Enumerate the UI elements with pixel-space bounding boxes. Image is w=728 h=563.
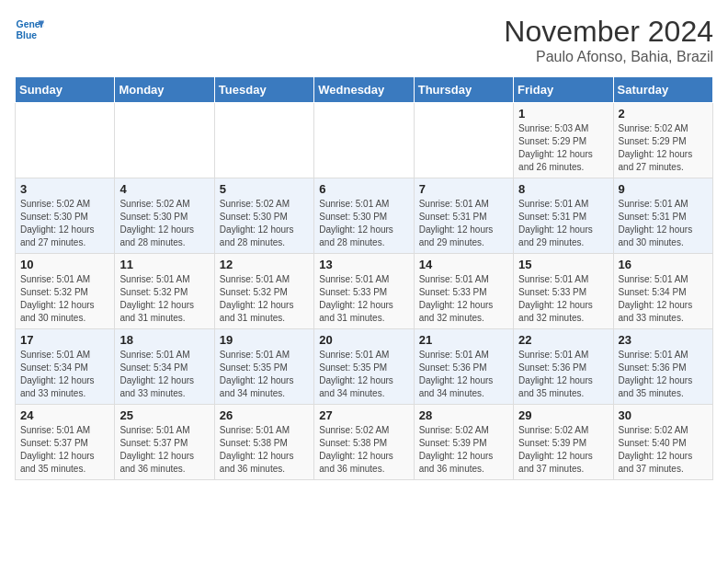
- day-info: Sunrise: 5:02 AM Sunset: 5:30 PM Dayligh…: [220, 198, 309, 249]
- calendar-cell: 18Sunrise: 5:01 AM Sunset: 5:34 PM Dayli…: [115, 329, 214, 405]
- day-number: 28: [419, 408, 508, 422]
- page-header: General Blue November 2024 Paulo Afonso,…: [15, 15, 713, 65]
- header-sunday: Sunday: [16, 77, 115, 103]
- calendar-cell: 2Sunrise: 5:02 AM Sunset: 5:29 PM Daylig…: [613, 103, 712, 178]
- day-number: 25: [119, 408, 209, 422]
- day-number: 16: [619, 258, 708, 271]
- calendar-cell: 19Sunrise: 5:01 AM Sunset: 5:35 PM Dayli…: [214, 329, 313, 405]
- day-number: 9: [619, 182, 708, 196]
- day-info: Sunrise: 5:01 AM Sunset: 5:38 PM Dayligh…: [220, 424, 309, 476]
- day-info: Sunrise: 5:01 AM Sunset: 5:31 PM Dayligh…: [518, 198, 608, 249]
- day-number: 7: [419, 182, 508, 196]
- header-thursday: Thursday: [414, 77, 513, 103]
- day-number: 13: [319, 258, 408, 271]
- day-info: Sunrise: 5:01 AM Sunset: 5:33 PM Dayligh…: [319, 273, 408, 325]
- day-number: 2: [619, 107, 708, 121]
- day-number: 1: [518, 107, 608, 121]
- header-friday: Friday: [514, 77, 613, 103]
- day-number: 8: [518, 182, 608, 196]
- day-info: Sunrise: 5:02 AM Sunset: 5:40 PM Dayligh…: [619, 424, 708, 476]
- day-info: Sunrise: 5:02 AM Sunset: 5:39 PM Dayligh…: [419, 424, 508, 476]
- day-info: Sunrise: 5:01 AM Sunset: 5:37 PM Dayligh…: [119, 424, 209, 476]
- day-number: 22: [518, 333, 608, 347]
- calendar-cell: 14Sunrise: 5:01 AM Sunset: 5:33 PM Dayli…: [414, 254, 513, 329]
- calendar-cell: 13Sunrise: 5:01 AM Sunset: 5:33 PM Dayli…: [314, 254, 414, 329]
- calendar-cell: 27Sunrise: 5:02 AM Sunset: 5:38 PM Dayli…: [314, 405, 414, 480]
- calendar-cell: 4Sunrise: 5:02 AM Sunset: 5:30 PM Daylig…: [115, 178, 214, 254]
- day-number: 24: [20, 408, 109, 422]
- calendar-cell: 26Sunrise: 5:01 AM Sunset: 5:38 PM Dayli…: [214, 405, 313, 480]
- day-info: Sunrise: 5:01 AM Sunset: 5:36 PM Dayligh…: [619, 349, 708, 400]
- calendar-cell: 29Sunrise: 5:02 AM Sunset: 5:39 PM Dayli…: [514, 405, 613, 480]
- day-number: 29: [518, 408, 608, 422]
- logo: General Blue: [15, 15, 44, 44]
- day-info: Sunrise: 5:01 AM Sunset: 5:36 PM Dayligh…: [518, 349, 608, 400]
- logo-icon: General Blue: [15, 15, 44, 44]
- calendar-cell: 12Sunrise: 5:01 AM Sunset: 5:32 PM Dayli…: [214, 254, 313, 329]
- calendar-cell: [16, 103, 115, 178]
- day-info: Sunrise: 5:01 AM Sunset: 5:36 PM Dayligh…: [419, 349, 508, 400]
- day-number: 12: [220, 258, 309, 271]
- day-info: Sunrise: 5:02 AM Sunset: 5:39 PM Dayligh…: [518, 424, 608, 476]
- calendar-cell: 20Sunrise: 5:01 AM Sunset: 5:35 PM Dayli…: [314, 329, 414, 405]
- day-info: Sunrise: 5:01 AM Sunset: 5:31 PM Dayligh…: [619, 198, 708, 249]
- day-info: Sunrise: 5:01 AM Sunset: 5:37 PM Dayligh…: [20, 424, 109, 476]
- calendar-cell: 7Sunrise: 5:01 AM Sunset: 5:31 PM Daylig…: [414, 178, 513, 254]
- day-info: Sunrise: 5:01 AM Sunset: 5:31 PM Dayligh…: [419, 198, 508, 249]
- day-info: Sunrise: 5:01 AM Sunset: 5:30 PM Dayligh…: [319, 198, 408, 249]
- calendar-cell: 3Sunrise: 5:02 AM Sunset: 5:30 PM Daylig…: [16, 178, 115, 254]
- calendar-cell: 17Sunrise: 5:01 AM Sunset: 5:34 PM Dayli…: [16, 329, 115, 405]
- week-row-4: 24Sunrise: 5:01 AM Sunset: 5:37 PM Dayli…: [16, 405, 713, 480]
- day-info: Sunrise: 5:01 AM Sunset: 5:34 PM Dayligh…: [20, 349, 109, 400]
- header-wednesday: Wednesday: [314, 77, 414, 103]
- day-number: 21: [419, 333, 508, 347]
- calendar-cell: 24Sunrise: 5:01 AM Sunset: 5:37 PM Dayli…: [16, 405, 115, 480]
- calendar-cell: 15Sunrise: 5:01 AM Sunset: 5:33 PM Dayli…: [514, 254, 613, 329]
- calendar-cell: 30Sunrise: 5:02 AM Sunset: 5:40 PM Dayli…: [613, 405, 712, 480]
- day-number: 11: [119, 258, 209, 271]
- week-row-1: 3Sunrise: 5:02 AM Sunset: 5:30 PM Daylig…: [16, 178, 713, 254]
- day-info: Sunrise: 5:01 AM Sunset: 5:35 PM Dayligh…: [220, 349, 309, 400]
- calendar-cell: 5Sunrise: 5:02 AM Sunset: 5:30 PM Daylig…: [214, 178, 313, 254]
- day-number: 17: [20, 333, 109, 347]
- day-info: Sunrise: 5:01 AM Sunset: 5:35 PM Dayligh…: [319, 349, 408, 400]
- calendar-cell: [414, 103, 513, 178]
- week-row-2: 10Sunrise: 5:01 AM Sunset: 5:32 PM Dayli…: [16, 254, 713, 329]
- day-info: Sunrise: 5:01 AM Sunset: 5:32 PM Dayligh…: [220, 273, 309, 325]
- location-subtitle: Paulo Afonso, Bahia, Brazil: [504, 49, 713, 65]
- day-number: 14: [419, 258, 508, 271]
- header-tuesday: Tuesday: [214, 77, 313, 103]
- day-number: 5: [220, 182, 309, 196]
- day-info: Sunrise: 5:01 AM Sunset: 5:32 PM Dayligh…: [20, 273, 109, 325]
- day-info: Sunrise: 5:02 AM Sunset: 5:38 PM Dayligh…: [319, 424, 408, 476]
- calendar-cell: 10Sunrise: 5:01 AM Sunset: 5:32 PM Dayli…: [16, 254, 115, 329]
- day-info: Sunrise: 5:01 AM Sunset: 5:34 PM Dayligh…: [619, 273, 708, 325]
- calendar-body: 1Sunrise: 5:03 AM Sunset: 5:29 PM Daylig…: [16, 103, 713, 480]
- day-info: Sunrise: 5:02 AM Sunset: 5:30 PM Dayligh…: [20, 198, 109, 249]
- day-info: Sunrise: 5:01 AM Sunset: 5:33 PM Dayligh…: [518, 273, 608, 325]
- calendar-cell: 23Sunrise: 5:01 AM Sunset: 5:36 PM Dayli…: [613, 329, 712, 405]
- calendar-cell: 9Sunrise: 5:01 AM Sunset: 5:31 PM Daylig…: [613, 178, 712, 254]
- day-info: Sunrise: 5:01 AM Sunset: 5:34 PM Dayligh…: [119, 349, 209, 400]
- day-number: 30: [619, 408, 708, 422]
- calendar-header: SundayMondayTuesdayWednesdayThursdayFrid…: [16, 77, 713, 103]
- day-info: Sunrise: 5:01 AM Sunset: 5:33 PM Dayligh…: [419, 273, 508, 325]
- calendar-cell: 6Sunrise: 5:01 AM Sunset: 5:30 PM Daylig…: [314, 178, 414, 254]
- header-monday: Monday: [115, 77, 214, 103]
- day-number: 18: [119, 333, 209, 347]
- month-title: November 2024: [504, 15, 713, 49]
- day-number: 23: [619, 333, 708, 347]
- calendar-cell: 1Sunrise: 5:03 AM Sunset: 5:29 PM Daylig…: [514, 103, 613, 178]
- week-row-0: 1Sunrise: 5:03 AM Sunset: 5:29 PM Daylig…: [16, 103, 713, 178]
- day-number: 6: [319, 182, 408, 196]
- day-number: 15: [518, 258, 608, 271]
- calendar-table: SundayMondayTuesdayWednesdayThursdayFrid…: [15, 76, 713, 480]
- calendar-cell: 11Sunrise: 5:01 AM Sunset: 5:32 PM Dayli…: [115, 254, 214, 329]
- week-row-3: 17Sunrise: 5:01 AM Sunset: 5:34 PM Dayli…: [16, 329, 713, 405]
- day-number: 20: [319, 333, 408, 347]
- title-block: November 2024 Paulo Afonso, Bahia, Brazi…: [504, 15, 713, 65]
- day-number: 4: [119, 182, 209, 196]
- calendar-cell: 22Sunrise: 5:01 AM Sunset: 5:36 PM Dayli…: [514, 329, 613, 405]
- day-info: Sunrise: 5:03 AM Sunset: 5:29 PM Dayligh…: [518, 122, 608, 174]
- calendar-cell: 28Sunrise: 5:02 AM Sunset: 5:39 PM Dayli…: [414, 405, 513, 480]
